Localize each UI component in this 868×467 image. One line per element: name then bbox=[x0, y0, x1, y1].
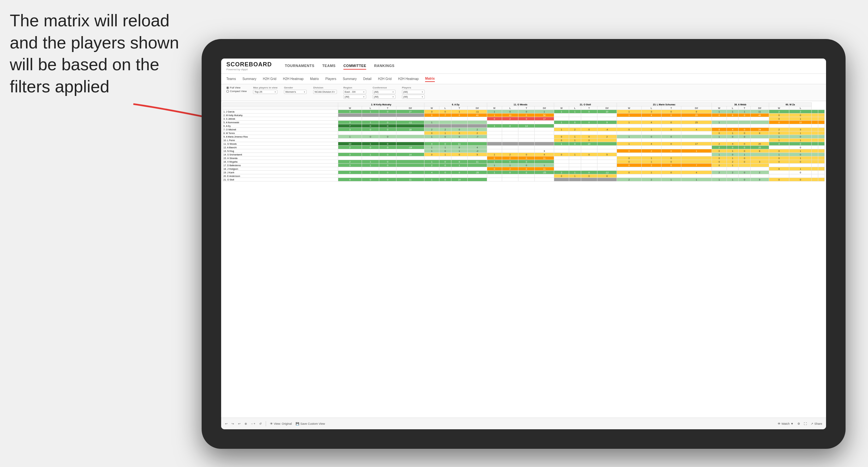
share-icon: ↗ bbox=[811, 422, 813, 425]
sub-nav-h2h-heatmap2[interactable]: H2H Heatmap bbox=[398, 76, 418, 82]
nav-committee[interactable]: COMMITTEE bbox=[343, 62, 367, 70]
matrix-cell bbox=[468, 124, 487, 128]
matrix-cell bbox=[661, 124, 681, 128]
sub-nav-h2h-grid2[interactable]: H2H Grid bbox=[378, 76, 392, 82]
matrix-cell: 1 bbox=[789, 131, 812, 135]
settings-button[interactable]: ⚙ bbox=[798, 422, 800, 425]
matrix-cell: 0 bbox=[502, 171, 518, 174]
matrix-cell bbox=[425, 167, 439, 171]
sh-d6: Dif bbox=[751, 106, 769, 110]
sub-nav-h2h-grid1[interactable]: H2H Grid bbox=[263, 76, 276, 82]
logo-title: SCOREBOARD bbox=[226, 61, 272, 68]
matrix-cell: 1 bbox=[789, 117, 812, 121]
matrix-cell: 0 bbox=[581, 138, 597, 142]
matrix-cell: 1 bbox=[554, 128, 569, 131]
matrix-cell bbox=[439, 167, 452, 171]
sub-nav-matrix1[interactable]: Matrix bbox=[310, 76, 319, 82]
compact-view-label: Compact View bbox=[230, 90, 247, 93]
matrix-cell bbox=[597, 149, 617, 153]
sh-w3: W bbox=[487, 106, 502, 110]
fullscreen-button[interactable]: ⛶ bbox=[804, 422, 807, 425]
matrix-cell bbox=[597, 117, 617, 121]
region-sub-select[interactable]: (All) ▼ bbox=[343, 95, 366, 99]
table-row: 17. D Ballesteros3102011101020701 bbox=[223, 163, 825, 167]
matrix-cell bbox=[379, 167, 396, 171]
matrix-cell: 0 bbox=[518, 167, 535, 171]
matrix-cell bbox=[451, 121, 467, 124]
conference-select[interactable]: (All) ▼ bbox=[373, 90, 396, 94]
nav-rankings[interactable]: RANKINGS bbox=[374, 62, 395, 70]
max-players-select[interactable]: Top 25 ▼ bbox=[253, 90, 277, 94]
refresh-button[interactable]: ↺ bbox=[259, 422, 262, 425]
matrix-cell bbox=[789, 124, 812, 128]
sub-nav-detail[interactable]: Detail bbox=[363, 76, 372, 82]
matrix-cell bbox=[818, 124, 825, 128]
matrix-cell bbox=[554, 117, 569, 121]
matrix-cell: 1 bbox=[617, 142, 641, 146]
matrix-cell: 0 bbox=[379, 163, 396, 167]
matrix-cell: 4 bbox=[641, 142, 661, 146]
undo-button[interactable]: ↩ bbox=[225, 422, 228, 425]
matrix-cell: 0 bbox=[712, 163, 727, 167]
matrix-cell bbox=[569, 124, 581, 128]
division-select[interactable]: NCAA Division II ▼ bbox=[313, 90, 337, 94]
gender-select[interactable]: Women's ▼ bbox=[284, 90, 307, 94]
watch-button[interactable]: 👁 Watch ▼ bbox=[778, 422, 794, 425]
matrix-cell: 0 bbox=[451, 114, 467, 117]
matrix-cell: -12 bbox=[597, 171, 617, 174]
matrix-cell bbox=[818, 138, 825, 142]
matrix-cell: 0 bbox=[451, 135, 467, 138]
sub-nav-players[interactable]: Players bbox=[326, 76, 336, 82]
full-view-option[interactable]: Full View bbox=[226, 86, 247, 89]
player-name: 18. J Hodgson bbox=[223, 167, 338, 171]
compact-view-option[interactable]: Compact View bbox=[226, 90, 247, 93]
back-button[interactable]: ↩ bbox=[238, 422, 241, 425]
sub-nav-summary2[interactable]: Summary bbox=[343, 76, 357, 82]
nav-tournaments[interactable]: TOURNAMENTS bbox=[285, 62, 314, 70]
col-header-1: 2. M Kelly Mulcahy bbox=[338, 103, 425, 106]
nav-teams[interactable]: TEAMS bbox=[322, 62, 336, 70]
save-custom-view-button[interactable]: 💾 Save Custom View bbox=[296, 422, 325, 425]
matrix-cell: -18 bbox=[396, 146, 424, 149]
matrix-cell: 0 bbox=[617, 156, 641, 160]
matrix-cell bbox=[518, 138, 535, 142]
matrix-cell: 0 bbox=[661, 110, 681, 114]
conference-sub-select[interactable]: (All) ▼ bbox=[373, 95, 396, 99]
matrix-cell: 5 bbox=[468, 153, 487, 156]
matrix-cell bbox=[769, 146, 789, 149]
matrix-cell bbox=[597, 178, 617, 182]
matrix-cell bbox=[681, 117, 712, 121]
sub-nav-teams[interactable]: Teams bbox=[226, 76, 236, 82]
view-original-button[interactable]: 👁 View: Original bbox=[270, 422, 292, 425]
matrix-cell bbox=[518, 128, 535, 131]
players-select[interactable]: (All) ▼ bbox=[402, 90, 425, 94]
matrix-cell: 11 bbox=[451, 142, 467, 146]
matrix-cell bbox=[425, 117, 439, 121]
sub-nav-h2h-heatmap1[interactable]: H2H Heatmap bbox=[283, 76, 303, 82]
matrix-cell bbox=[362, 131, 379, 135]
matrix-cell bbox=[712, 124, 727, 128]
matrix-cell: 0 bbox=[769, 160, 789, 163]
matrix-cell bbox=[581, 167, 597, 171]
region-select[interactable]: East - DII ▼ bbox=[343, 90, 366, 94]
matrix-cell: 1 bbox=[451, 163, 467, 167]
matrix-cell: 6 bbox=[726, 114, 739, 117]
matrix-cell bbox=[641, 117, 661, 121]
matrix-cell: 0 bbox=[362, 124, 379, 128]
matrix-cell: 1 bbox=[362, 153, 379, 156]
full-view-radio[interactable] bbox=[226, 87, 229, 89]
table-row: 1. J Garcia31027301-11100111010130011111… bbox=[223, 110, 825, 114]
zoom-controls[interactable]: − + bbox=[251, 422, 255, 425]
zoom-out-button[interactable]: ⊕ bbox=[245, 422, 247, 425]
share-button[interactable]: ↗ Share bbox=[811, 422, 822, 425]
matrix-cell bbox=[681, 124, 712, 128]
players-sub-select[interactable]: (All) ▼ bbox=[402, 95, 425, 99]
sub-nav-summary1[interactable]: Summary bbox=[242, 76, 256, 82]
matrix-cell bbox=[617, 146, 641, 149]
matrix-cell: 1 bbox=[681, 149, 712, 153]
matrix-cell bbox=[661, 146, 681, 149]
redo-button[interactable]: ↪ bbox=[231, 422, 234, 425]
compact-view-radio[interactable] bbox=[226, 90, 229, 93]
matrix-cell bbox=[681, 153, 712, 156]
sub-nav-matrix2[interactable]: Matrix bbox=[425, 76, 434, 82]
